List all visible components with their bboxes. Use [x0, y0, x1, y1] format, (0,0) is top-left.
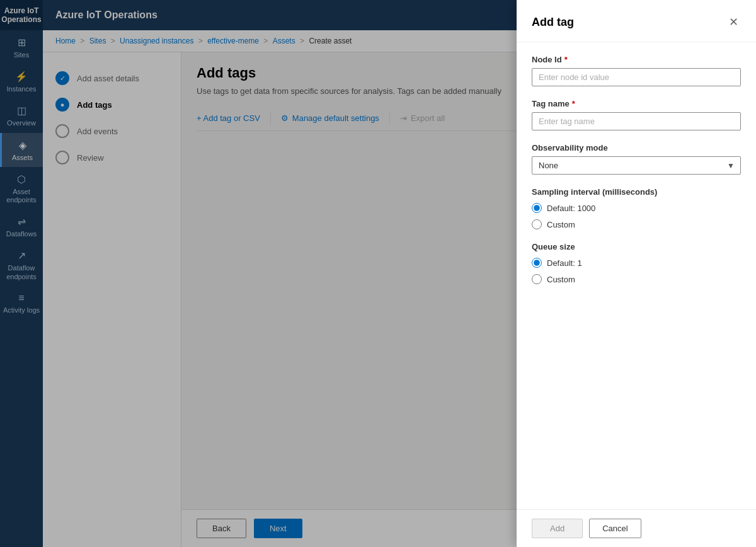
activity-logs-icon: ≡	[18, 292, 24, 304]
sidebar-item-label-instances: Instances	[6, 85, 36, 93]
observability-mode-label: Observability mode	[532, 143, 741, 153]
app-header: Azure IoT Operations	[0, 0, 43, 30]
export-all-button[interactable]: ⇥ Export all	[400, 111, 445, 125]
dataflows-icon: ⇌	[18, 216, 26, 227]
observability-mode-select[interactable]: None Gauge Counter Histogram Log	[532, 156, 741, 175]
step-add-events[interactable]: Add events	[43, 118, 181, 144]
sampling-interval-radio-group: Default: 1000 Custom	[532, 203, 741, 229]
manage-default-settings-button[interactable]: ⚙ Manage default settings	[281, 111, 379, 125]
sidebar-item-label-overview: Overview	[7, 119, 36, 127]
steps-panel: Add asset details ● Add tags Add events …	[43, 52, 181, 547]
sidebar-item-label-sites: Sites	[14, 51, 29, 59]
add-button[interactable]: Add	[532, 519, 583, 538]
tag-name-label: Tag name *	[532, 99, 741, 108]
queue-custom-option[interactable]: Custom	[532, 274, 741, 284]
sidebar-item-assets[interactable]: ◈ Assets	[0, 133, 43, 167]
breadcrumb-unassigned[interactable]: Unassigned instances	[120, 37, 193, 45]
queue-default-option[interactable]: Default: 1	[532, 258, 741, 268]
sidebar-item-label-asset-endpoints: Asset endpoints	[0, 188, 43, 204]
toolbar-separator-2	[389, 112, 390, 125]
step-label-3: Add events	[77, 127, 118, 136]
step-label-2: Add tags	[77, 100, 112, 110]
dataflow-endpoints-icon: ↗	[18, 250, 26, 262]
panel-footer: Add Cancel	[517, 509, 756, 547]
observability-mode-select-wrapper: None Gauge Counter Histogram Log ▼	[532, 156, 741, 175]
queue-default-label: Default: 1	[547, 258, 582, 268]
app-title-topbar: Azure IoT Operations	[55, 9, 158, 21]
step-label-1: Add asset details	[77, 74, 139, 83]
step-circle-3	[55, 124, 69, 138]
step-circle-2: ●	[55, 98, 69, 112]
sampling-custom-radio[interactable]	[532, 219, 542, 229]
assets-icon: ◈	[19, 139, 26, 151]
export-icon: ⇥	[400, 113, 407, 123]
sidebar-item-dataflow-endpoints[interactable]: ↗ Dataflow endpoints	[0, 243, 43, 285]
breadcrumb-assets[interactable]: Assets	[273, 37, 295, 45]
gear-icon: ⚙	[281, 113, 289, 123]
sidebar-item-activity-logs[interactable]: ≡ Activity logs	[0, 286, 43, 320]
sidebar-item-label-dataflows: Dataflows	[6, 230, 37, 238]
sidebar-item-label-assets: Assets	[12, 154, 33, 162]
sidebar-item-dataflows[interactable]: ⇌ Dataflows	[0, 209, 43, 243]
step-label-4: Review	[77, 153, 104, 163]
add-tag-csv-button[interactable]: + Add tag or CSV	[197, 111, 260, 125]
queue-default-radio[interactable]	[532, 258, 542, 268]
add-tag-panel: Add tag ✕ Node Id * Tag name * Observabi…	[517, 0, 756, 547]
close-icon: ✕	[729, 15, 738, 29]
sidebar-item-label-activity-logs: Activity logs	[3, 306, 40, 314]
queue-size-label: Queue size	[532, 242, 741, 251]
queue-custom-label: Custom	[547, 275, 575, 284]
sampling-custom-option[interactable]: Custom	[532, 219, 741, 229]
breadcrumb-sep-4: >	[300, 37, 306, 45]
back-button[interactable]: Back	[197, 519, 246, 538]
node-id-label: Node Id *	[532, 55, 741, 64]
breadcrumb-sep-0: >	[80, 37, 86, 45]
panel-body: Node Id * Tag name * Observability mode …	[517, 42, 756, 509]
breadcrumb-sites[interactable]: Sites	[89, 37, 106, 45]
panel-header: Add tag ✕	[517, 0, 756, 42]
sampling-custom-label: Custom	[547, 220, 575, 229]
sidebar-item-sites[interactable]: ⊞ Sites	[0, 30, 43, 64]
sites-icon: ⊞	[18, 37, 26, 49]
queue-custom-radio[interactable]	[532, 274, 542, 284]
sampling-default-option[interactable]: Default: 1000	[532, 203, 741, 213]
overview-icon: ◫	[17, 105, 26, 117]
queue-size-field-group: Queue size Default: 1 Custom	[532, 242, 741, 284]
cancel-button[interactable]: Cancel	[589, 519, 641, 538]
breadcrumb-sep-1: >	[111, 37, 117, 45]
app-title: Azure IoT Operations	[0, 6, 43, 25]
step-add-asset-details[interactable]: Add asset details	[43, 65, 181, 91]
sampling-default-label: Default: 1000	[547, 204, 595, 213]
step-review[interactable]: Review	[43, 144, 181, 171]
node-id-field-group: Node Id *	[532, 55, 741, 86]
node-id-required: *	[564, 55, 568, 64]
observability-mode-field-group: Observability mode None Gauge Counter Hi…	[532, 143, 741, 175]
tag-name-field-group: Tag name *	[532, 99, 741, 130]
sampling-interval-label: Sampling interval (milliseconds)	[532, 187, 741, 197]
asset-endpoints-icon: ⬡	[17, 173, 26, 185]
breadcrumb-meme[interactable]: effective-meme	[207, 37, 259, 45]
sidebar: Azure IoT Operations ⊞ Sites ⚡ Instances…	[0, 0, 43, 547]
toolbar-separator	[270, 112, 271, 125]
sidebar-item-asset-endpoints[interactable]: ⬡ Asset endpoints	[0, 167, 43, 209]
step-circle-1	[55, 71, 69, 85]
breadcrumb-sep-3: >	[263, 37, 270, 45]
instances-icon: ⚡	[15, 71, 28, 83]
breadcrumb-current: Create asset	[309, 37, 352, 45]
sidebar-item-instances[interactable]: ⚡ Instances	[0, 64, 43, 98]
sampling-default-radio[interactable]	[532, 203, 542, 213]
node-id-input[interactable]	[532, 68, 741, 86]
step-circle-4	[55, 151, 69, 164]
sidebar-item-overview[interactable]: ◫ Overview	[0, 98, 43, 132]
queue-size-radio-group: Default: 1 Custom	[532, 258, 741, 284]
sidebar-item-label-dataflow-endpoints: Dataflow endpoints	[0, 264, 43, 280]
next-button[interactable]: Next	[254, 519, 302, 538]
tag-name-input[interactable]	[532, 112, 741, 130]
panel-close-button[interactable]: ✕	[726, 13, 741, 32]
tag-name-required: *	[572, 99, 575, 108]
breadcrumb-home[interactable]: Home	[55, 37, 76, 45]
breadcrumb-sep-2: >	[198, 37, 205, 45]
sampling-interval-field-group: Sampling interval (milliseconds) Default…	[532, 187, 741, 229]
step-add-tags[interactable]: ● Add tags	[43, 91, 181, 118]
panel-title: Add tag	[532, 16, 574, 29]
